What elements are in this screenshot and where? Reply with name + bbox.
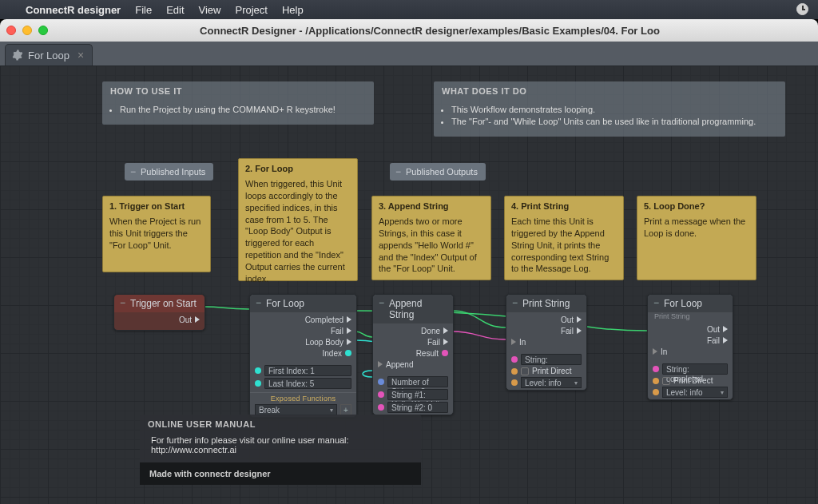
sticky-5[interactable]: 5. Loop Done? Print a message when the L… [637, 196, 756, 280]
sticky-3[interactable]: 3. Append String Appends two or more Str… [371, 196, 491, 280]
port-out[interactable]: Out [648, 323, 733, 335]
field-string-1[interactable]: String #1: Hello World # [378, 389, 448, 400]
port-loop-body[interactable]: Loop Body [250, 336, 356, 347]
field-first-index[interactable]: First Index: 1 [255, 365, 351, 376]
node-title: For Loop [648, 295, 733, 312]
traffic-lights [6, 26, 48, 35]
field-print-direct[interactable]: Print Direct [653, 376, 728, 385]
sticky-4[interactable]: 4. Print String Each time this Unit is t… [504, 196, 624, 280]
port-in[interactable]: In [648, 346, 733, 357]
port-in[interactable]: In [506, 336, 586, 347]
menu-project[interactable]: Project [236, 4, 268, 16]
sticky-text: Print a message when the Loop is done. [637, 212, 756, 246]
port-append-in[interactable]: Append [373, 359, 453, 370]
sticky-title: 5. Loop Done? [637, 196, 756, 212]
node-append-string[interactable]: Append String Done Fail Result Append Nu… [372, 294, 454, 415]
published-inputs-badge[interactable]: Published Inputs [125, 163, 213, 181]
node-for-loop[interactable]: For Loop Completed Fail Loop Body Index … [249, 294, 357, 418]
panel-what-does-it-do: WHAT DOES IT DO This Workflow demonstrat… [434, 81, 785, 137]
field-string[interactable]: String: [511, 354, 582, 365]
node-for-loop-print[interactable]: For Loop Print String Out Fail In String… [647, 294, 733, 400]
field-string[interactable]: String: completed [653, 363, 728, 375]
menu-help[interactable]: Help [282, 4, 304, 16]
sticky-text: Appends two or more Strings, in this cas… [372, 212, 490, 281]
document-tabstrip: For Loop × [0, 42, 818, 65]
field-last-index[interactable]: Last Index: 5 [255, 378, 351, 389]
clock-icon[interactable] [796, 3, 808, 15]
panel-title: WHAT DOES IT DO [434, 81, 785, 99]
field-num-strings[interactable]: Number of Strings: 2 [378, 376, 448, 387]
port-fail[interactable]: Fail [648, 335, 733, 346]
minimize-window-button[interactable] [22, 26, 32, 35]
node-canvas[interactable]: HOW TO USE IT Run the Project by using t… [0, 65, 818, 504]
node-subtitle: Print String [648, 312, 733, 322]
manual-text: For further info please visit our online… [140, 432, 421, 462]
port-out[interactable]: Out [506, 314, 586, 325]
sticky-1[interactable]: 1. Trigger on Start When the Project is … [102, 196, 211, 272]
gear-icon [12, 50, 23, 61]
published-outputs-badge[interactable]: Published Outputs [390, 163, 486, 181]
sticky-title: 2. For Loop [239, 159, 357, 175]
port-result[interactable]: Result [373, 347, 453, 359]
port-fail[interactable]: Fail [250, 325, 356, 336]
field-level[interactable]: Level: info [511, 377, 582, 388]
node-title: Print String [506, 295, 586, 312]
menubar-app-name[interactable]: ConnectR designer [26, 4, 121, 16]
sticky-title: 1. Trigger on Start [103, 196, 210, 212]
howto-bullet: Run the Project by using the COMMAND+ R … [120, 105, 363, 114]
panel-title: HOW TO USE IT [102, 81, 374, 99]
node-title: Trigger on Start [114, 295, 204, 312]
sticky-text: When the Project is run this Unit trigge… [103, 212, 210, 258]
node-title: Append String [373, 295, 453, 323]
port-done[interactable]: Done [373, 325, 453, 336]
sticky-text: Each time this Unit is triggered by the … [505, 212, 623, 281]
what-bullet: This Workflow demonstrates looping. [451, 105, 774, 114]
port-index[interactable]: Index [250, 347, 356, 359]
menu-file[interactable]: File [135, 4, 152, 16]
sticky-text: When triggered, this Unit loops accordin… [239, 175, 357, 292]
panel-online-manual: ONLINE USER MANUAL For further info plea… [140, 415, 421, 485]
sticky-title: 3. Append String [372, 196, 490, 212]
exposed-functions-label: Exposed Functions [250, 395, 356, 403]
port-fail[interactable]: Fail [373, 336, 453, 347]
tab-for-loop[interactable]: For Loop × [5, 44, 93, 65]
message-log-line: Made with connectr designer [140, 462, 421, 485]
node-trigger-on-start[interactable]: Trigger on Start Out [113, 294, 205, 331]
panel-title: ONLINE USER MANUAL [140, 415, 421, 432]
field-string-2[interactable]: String #2: 0 [378, 402, 448, 413]
sticky-2[interactable]: 2. For Loop When triggered, this Unit lo… [238, 158, 358, 281]
mac-menubar: ConnectR designer File Edit View Project… [0, 0, 818, 19]
port-completed[interactable]: Completed [250, 314, 356, 325]
menu-view[interactable]: View [199, 4, 221, 16]
window-titlebar: ConnectR Designer - /Applications/Connec… [0, 19, 818, 42]
panel-how-to-use: HOW TO USE IT Run the Project by using t… [102, 81, 374, 125]
tab-label: For Loop [28, 50, 69, 62]
menu-edit[interactable]: Edit [166, 4, 184, 16]
node-print-string[interactable]: Print String Out Fail In String: Print D… [506, 294, 587, 391]
window-title: ConnectR Designer - /Applications/Connec… [48, 25, 812, 37]
field-level[interactable]: Level: info [653, 387, 728, 398]
what-bullet: The "For"- and "While Loop" Units can be… [451, 117, 774, 126]
sticky-title: 4. Print String [505, 196, 623, 212]
node-title: For Loop [250, 295, 356, 312]
zoom-window-button[interactable] [38, 26, 48, 35]
port-out[interactable]: Out [114, 314, 204, 325]
field-break[interactable]: Break+ [255, 404, 351, 415]
close-window-button[interactable] [6, 26, 16, 35]
close-tab-icon[interactable]: × [77, 49, 84, 62]
field-print-direct[interactable]: Print Direct [511, 367, 582, 375]
port-fail[interactable]: Fail [506, 325, 586, 336]
